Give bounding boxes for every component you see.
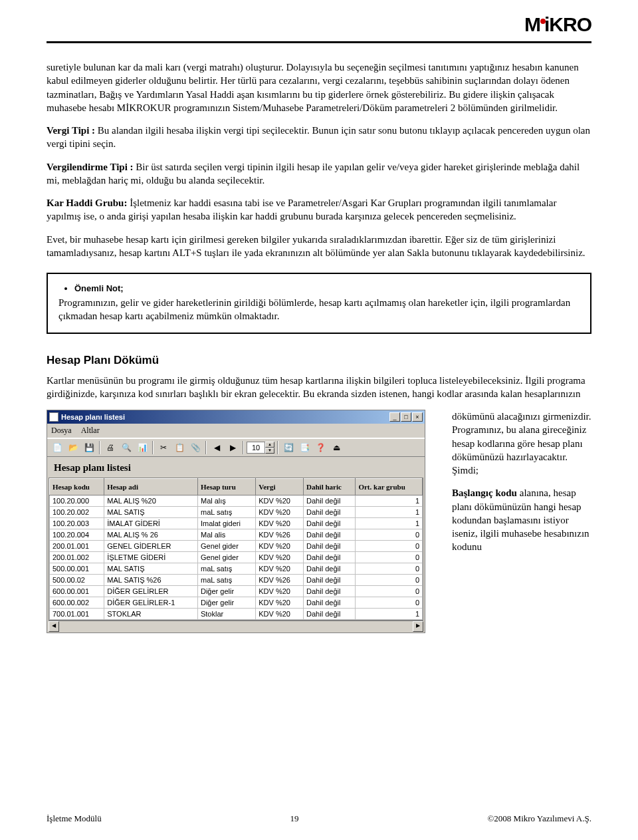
tb-copy-icon[interactable]: 📋 — [172, 440, 187, 455]
tb-preview-icon[interactable]: 🔍 — [119, 440, 134, 455]
footer-left: İşletme Modülü — [47, 813, 102, 824]
table-cell: Dahil değil — [304, 495, 356, 507]
col-hesap-kodu[interactable]: Hesap kodu — [50, 479, 104, 495]
body-content: suretiyle bulunan kar da mali karı (verg… — [47, 61, 591, 633]
spin-input[interactable] — [247, 442, 265, 454]
table-row[interactable]: 100.20.004MAL ALIŞ % 26Mal alisKDV %26Da… — [50, 529, 423, 541]
paragraph-vergilendirme-tipi: Vergilendirme Tipi : Bir üst satırda seç… — [47, 160, 591, 188]
table-row[interactable]: 700.01.001STOKLARStoklarKDV %20Dahil değ… — [50, 609, 423, 620]
table-row[interactable]: 500.00.02MAL SATIŞ %26maL satışKDV %26Da… — [50, 575, 423, 586]
label-vergilendirme-tipi: Vergilendirme Tipi : — [47, 162, 134, 172]
tb-open-icon[interactable]: 📂 — [66, 440, 80, 455]
table-cell: Dahil değil — [304, 597, 356, 609]
logo: MiKRO — [524, 13, 591, 36]
table-cell: 700.01.001 — [50, 609, 104, 620]
table-cell: 500.00.001 — [50, 563, 104, 575]
col-ort-kar-grubu[interactable]: Ort. kar grubu — [356, 479, 423, 495]
col-hesap-turu[interactable]: Hesap turu — [197, 479, 255, 495]
table-row[interactable]: 200.01.002İŞLETME GİDERİGenel giderKDV %… — [50, 552, 423, 563]
table-row[interactable]: 600.00.002DİĞER GELİRLER-1Diğer gelirKDV… — [50, 597, 423, 609]
table-cell: 100.20.000 — [50, 495, 104, 507]
table-cell: GENEL GİDERLER — [104, 541, 198, 552]
note-box: Önemli Not; Programınızın, gelir ve gide… — [47, 273, 591, 334]
table-cell: 1 — [356, 609, 423, 620]
col-dahil-haric[interactable]: Dahil haric — [304, 479, 356, 495]
tb-sort-icon[interactable]: 📊 — [135, 440, 150, 455]
scroll-right-icon[interactable]: ▶ — [413, 621, 423, 632]
label-kar-haddi: Kar Haddi Grubu: — [47, 198, 127, 208]
table-cell: Dahil değil — [304, 552, 356, 563]
tb-next-icon[interactable]: ▶ — [225, 440, 240, 455]
header-rule — [47, 41, 591, 43]
table-cell: KDV %26 — [256, 575, 304, 586]
minimize-button[interactable]: _ — [389, 412, 400, 422]
menu-altlar[interactable]: Altlar — [81, 426, 100, 436]
footer-right: ©2008 Mikro Yazılımevi A.Ş. — [487, 813, 591, 824]
scroll-left-icon[interactable]: ◀ — [49, 621, 59, 632]
table-cell: 100.20.003 — [50, 518, 104, 529]
table-cell: KDV %20 — [256, 507, 304, 518]
right-paragraph-1: dökümünü alacağınızı girmenizdir. Progra… — [452, 410, 591, 477]
toolbar: 📄 📂 💾 🖨 🔍 📊 ✂ 📋 📎 ◀ ▶ — [47, 438, 425, 457]
table-row[interactable]: 200.01.001GENEL GİDERLERGenel giderKDV %… — [50, 541, 423, 552]
table-cell: KDV %20 — [256, 597, 304, 609]
table-cell: Dahil değil — [304, 563, 356, 575]
paragraph-1: suretiyle bulunan kar da mali karı (verg… — [47, 61, 591, 114]
menu-dosya[interactable]: Dosya — [51, 426, 72, 436]
table-cell: 100.20.004 — [50, 529, 104, 541]
table-cell: 0 — [356, 552, 423, 563]
table-row[interactable]: 500.00.001MAL SATIŞmaL satışKDV %20Dahil… — [50, 563, 423, 575]
table-cell: KDV %20 — [256, 586, 304, 597]
table-cell: KDV %20 — [256, 609, 304, 620]
tb-help-icon[interactable]: ❓ — [313, 440, 328, 455]
table-row[interactable]: 100.20.002MAL SATIŞmaL satışKDV %20Dahil… — [50, 507, 423, 518]
page-footer: İşletme Modülü 19 ©2008 Mikro Yazılımevi… — [47, 813, 591, 824]
table-cell: maL satış — [197, 575, 255, 586]
tb-new-icon[interactable]: 📄 — [50, 440, 64, 455]
tb-refresh-icon[interactable]: 🔄 — [281, 440, 296, 455]
table-cell: 0 — [356, 586, 423, 597]
maximize-button[interactable]: □ — [401, 412, 411, 422]
table-cell: 600.00.002 — [50, 597, 104, 609]
note-body: Programınızın, gelir ve gider hareketler… — [58, 296, 580, 323]
table-cell: DİĞER GELİRLER — [104, 586, 198, 597]
table-row[interactable]: 100.20.000MAL ALIŞ %20Mal alışKDV %20Dah… — [50, 495, 423, 507]
table-cell: MAL ALIŞ %20 — [104, 495, 198, 507]
table-cell: 0 — [356, 529, 423, 541]
table-cell: MAL SATIŞ — [104, 563, 198, 575]
heading-hesap-plani: Hesap Planı Dökümü — [47, 354, 591, 367]
table-cell: Dahil değil — [304, 575, 356, 586]
table-cell: STOKLAR — [104, 609, 198, 620]
tb-cut-icon[interactable]: ✂ — [156, 440, 171, 455]
table-cell: maL satış — [197, 563, 255, 575]
data-grid: Hesap kodu Hesap adi Hesap turu Vergi Da… — [49, 478, 423, 620]
table-cell: Dahil değil — [304, 541, 356, 552]
table-cell: Stoklar — [197, 609, 255, 620]
paragraph-kar-haddi: Kar Haddi Grubu: İşletmeniz kar haddi es… — [47, 196, 591, 223]
paragraph-vergi-tipi: Vergi Tipi : Bu alandan ilgili hesaba il… — [47, 124, 591, 151]
table-cell: KDV %26 — [256, 529, 304, 541]
tb-paste-icon[interactable]: 📎 — [188, 440, 203, 455]
right-column-text: dökümünü alacağınızı girmenizdir. Progra… — [452, 410, 591, 563]
label-baslangic-kodu: Başlangıç kodu — [452, 488, 517, 498]
table-row[interactable]: 600.00.001DİĞER GELİRLERDiğer gelirKDV %… — [50, 586, 423, 597]
tb-prev-icon[interactable]: ◀ — [209, 440, 224, 455]
table-cell: 200.01.002 — [50, 552, 104, 563]
table-cell: Diğer gelir — [197, 597, 255, 609]
col-vergi[interactable]: Vergi — [256, 479, 304, 495]
table-cell: MAL SATIŞ — [104, 507, 198, 518]
close-button[interactable]: × — [412, 412, 423, 422]
titlebar[interactable]: Hesap planı listesi _ □ × — [47, 410, 425, 424]
table-row[interactable]: 100.20.003İMALAT GİDERİImalat gideriKDV … — [50, 518, 423, 529]
table-cell: KDV %20 — [256, 495, 304, 507]
tb-filter-icon[interactable]: 📑 — [297, 440, 312, 455]
spin-up-icon[interactable]: ▲ — [265, 442, 274, 448]
horizontal-scrollbar[interactable]: ◀ ▶ — [49, 621, 423, 631]
col-hesap-adi[interactable]: Hesap adi — [104, 479, 198, 495]
table-cell: KDV %20 — [256, 518, 304, 529]
tb-exit-icon[interactable]: ⏏ — [329, 440, 344, 455]
spin-down-icon[interactable]: ▼ — [265, 448, 274, 454]
table-cell: 200.01.001 — [50, 541, 104, 552]
tb-print-icon[interactable]: 🖨 — [103, 440, 118, 455]
tb-save-icon[interactable]: 💾 — [82, 440, 96, 455]
